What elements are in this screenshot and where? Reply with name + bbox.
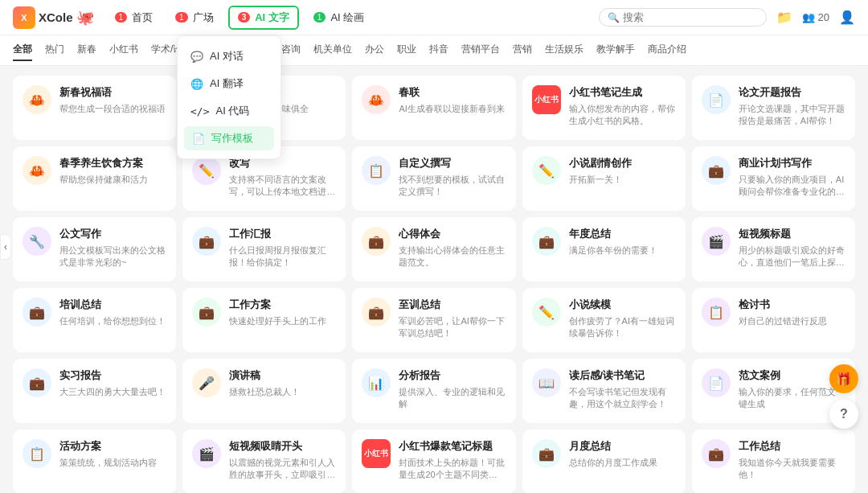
- card-19[interactable]: 📋检讨书对自己的过错进行反思: [692, 288, 855, 352]
- left-arrow[interactable]: ‹: [0, 234, 11, 260]
- card-22[interactable]: 📊分析报告提供深入、专业的逻辑和见解: [352, 359, 515, 423]
- card-29[interactable]: 💼工作总结我知道你今天就我要需要他！: [692, 429, 855, 493]
- card-25[interactable]: 📋活动方案策策统统，规划活动内容: [13, 429, 176, 493]
- card-23[interactable]: 📖读后感/读书笔记不会写读书笔记但发现有趣，用这个就立刻学会！: [522, 359, 686, 423]
- card-21[interactable]: 🎤演讲稿拯救社恐总裁人！: [182, 359, 346, 423]
- card-icon-0: 🦀: [23, 85, 51, 114]
- nav-ai-text[interactable]: 3 AI 文字: [228, 6, 299, 30]
- cat-tab-11[interactable]: 营销平台: [461, 39, 500, 61]
- card-18[interactable]: ✏️小说续模创作疲劳了？AI有一雄短词续暴告诉你！: [522, 288, 686, 352]
- card-10[interactable]: 🔧公文写作用公文模板写出来的公文格式是非常光彩的~: [13, 217, 176, 281]
- card-5[interactable]: 🦀春季养生饮食方案帮助您保持健康和活力: [13, 146, 176, 211]
- card-content-21: 演讲稿拯救社恐总裁人！: [229, 368, 336, 398]
- card-12[interactable]: 💼心得体会支持输出心得体会的任意主题范文。: [352, 217, 515, 281]
- nav-ai-text-label: AI 文字: [255, 10, 289, 25]
- dropdown-ai-code[interactable]: </> AI 代码: [178, 97, 280, 125]
- card-content-28: 月度总结总结你的月度工作成果: [569, 439, 676, 469]
- dropdown-ai-translate[interactable]: 🌐 AI 翻译: [178, 70, 280, 97]
- search-input[interactable]: [623, 11, 758, 23]
- write-template-icon: 📄: [192, 133, 205, 145]
- cat-tab-2[interactable]: 新春: [77, 39, 96, 61]
- ai-translate-label: AI 翻译: [210, 76, 244, 91]
- card-title-7: 自定义撰写: [399, 156, 506, 170]
- card-icon-9: 💼: [702, 156, 731, 185]
- card-17[interactable]: 💼至训总结军训必苦吧，让AI帮你一下军训总结吧！: [352, 288, 515, 352]
- folder-icon[interactable]: 📁: [776, 10, 792, 25]
- nav-ai-draw[interactable]: 1 AI 绘画: [305, 7, 372, 28]
- card-content-3: 小红书笔记生成输入你想发布的内容，帮你生成小红书的风格。: [569, 85, 676, 128]
- nav-home[interactable]: 1 首页: [107, 7, 162, 28]
- card-title-14: 短视频标题: [739, 227, 845, 241]
- card-content-27: 小红书爆款笔记标题封面技术上头的标题！可批量生成20个主题不同类型的爆款笔记标题…: [399, 439, 506, 482]
- card-icon-8: ✏️: [532, 156, 561, 185]
- card-content-29: 工作总结我知道你今天就我要需要他！: [739, 439, 845, 482]
- dropdown-write-template[interactable]: 📄 写作模板: [184, 126, 274, 150]
- card-15[interactable]: 💼培训总结任何培训，给你想想到位！: [13, 288, 176, 352]
- cat-tab-8[interactable]: 办公: [365, 39, 384, 61]
- card-desc-13: 满足你各年份的需要！: [569, 244, 676, 257]
- card-icon-21: 🎤: [192, 368, 221, 397]
- card-content-6: 改写支持将不同语言的文案改写，可以上传本地文档进行改写: [229, 156, 336, 199]
- cat-tab-15[interactable]: 商品介绍: [648, 39, 686, 61]
- card-content-17: 至训总结军训必苦吧，让AI帮你一下军训总结吧！: [399, 298, 506, 340]
- card-content-9: 商业计划书写作只要输入你的商业项目，AI顾问会帮你准备专业化的文案。: [739, 156, 845, 199]
- card-content-16: 工作方案快速处理好手头上的工作: [229, 298, 336, 327]
- card-content-15: 培训总结任何培训，给你想想到位！: [59, 298, 166, 327]
- card-28[interactable]: 💼月度总结总结你的月度工作成果: [522, 429, 686, 493]
- card-desc-23: 不会写读书笔记但发现有趣，用这个就立刻学会！: [569, 386, 676, 411]
- card-icon-20: 💼: [23, 368, 51, 397]
- card-7[interactable]: 📋自定义撰写找不到想要的模板，试试自定义撰写！: [352, 146, 515, 211]
- card-content-12: 心得体会支持输出心得体会的任意主题范文。: [399, 227, 506, 269]
- card-content-4: 论文开题报告开论文选课题，其中写开题报告是最痛苦，AI帮你！: [739, 85, 845, 128]
- cat-tab-1[interactable]: 热门: [45, 39, 64, 61]
- top-nav: X XCole 🐙 1 首页 1 广场 3 AI 文字 1 AI 绘画 🔍 📁 …: [0, 0, 868, 35]
- card-0[interactable]: 🦀新春祝福语帮您生成一段合适的祝福语: [13, 76, 176, 140]
- card-title-17: 至训总结: [399, 298, 506, 312]
- card-27[interactable]: 小红书小红书爆款笔记标题封面技术上头的标题！可批量生成20个主题不同类型的爆款笔…: [352, 429, 515, 493]
- logo-decoration: 🐙: [76, 9, 94, 27]
- card-14[interactable]: 🎬短视频标题用少的标题吸引观众的好奇心，直道他们一笔后上探索之旅。: [692, 217, 855, 281]
- card-desc-5: 帮助您保持健康和活力: [59, 174, 166, 186]
- card-content-19: 检讨书对自己的过错进行反思: [739, 298, 845, 327]
- card-icon-6: ✏️: [192, 156, 221, 185]
- card-desc-11: 什么日报周报月报假复汇报！给你搞定！: [229, 244, 336, 269]
- card-icon-3: 小红书: [532, 85, 561, 114]
- card-icon-12: 💼: [362, 227, 391, 256]
- card-8[interactable]: ✏️小说剧情创作开拓新一关！: [522, 146, 686, 211]
- card-desc-29: 我知道你今天就我要需要他！: [739, 457, 845, 482]
- nav-plaza[interactable]: 1 广场: [167, 7, 222, 28]
- card-desc-17: 军训必苦吧，让AI帮你一下军训总结吧！: [399, 315, 506, 340]
- cat-tab-3[interactable]: 小红书: [109, 39, 138, 61]
- card-desc-22: 提供深入、专业的逻辑和见解: [399, 386, 506, 411]
- cat-tab-0[interactable]: 全部: [13, 39, 32, 61]
- cat-tab-9[interactable]: 职业: [397, 39, 416, 61]
- user-icon[interactable]: 👤: [839, 10, 855, 25]
- card-20[interactable]: 💼实习报告大三大四的勇大大量去吧！: [13, 359, 176, 423]
- gift-button[interactable]: 🎁: [829, 364, 858, 393]
- card-title-23: 读后感/读书笔记: [569, 368, 676, 383]
- cat-tab-13[interactable]: 生活娱乐: [545, 39, 583, 61]
- users-count[interactable]: 👥 20: [802, 11, 829, 23]
- cat-tab-14[interactable]: 教学解手: [596, 39, 635, 61]
- card-9[interactable]: 💼商业计划书写作只要输入你的商业项目，AI顾问会帮你准备专业化的文案。: [692, 146, 855, 211]
- help-button[interactable]: ?: [829, 400, 858, 429]
- card-4[interactable]: 📄论文开题报告开论文选课题，其中写开题报告是最痛苦，AI帮你！: [692, 76, 855, 140]
- cat-tab-7[interactable]: 机关单位: [313, 39, 352, 61]
- card-16[interactable]: 💼工作方案快速处理好手头上的工作: [182, 288, 346, 352]
- cat-tab-12[interactable]: 营销: [513, 39, 532, 61]
- card-icon-24: 📄: [702, 368, 731, 397]
- card-26[interactable]: 🎬短视频吸睛开头以震撼的视觉元素和引人入胜的故事开头，立即吸引观众，引领他们进入…: [182, 429, 346, 493]
- card-title-13: 年度总结: [569, 227, 676, 241]
- cat-tab-10[interactable]: 抖音: [429, 39, 448, 61]
- ai-text-dropdown: 💬 AI 对话 🌐 AI 翻译 </> AI 代码 📄 写作模板: [177, 35, 281, 159]
- card-2[interactable]: 🦀春联AI生成春联以迎接新春到来: [352, 76, 515, 140]
- card-13[interactable]: 💼年度总结满足你各年份的需要！: [522, 217, 686, 281]
- card-3[interactable]: 小红书小红书笔记生成输入你想发布的内容，帮你生成小红书的风格。: [522, 76, 686, 140]
- ai-text-badge: 3: [238, 12, 251, 23]
- card-11[interactable]: 💼工作汇报什么日报周报月报假复汇报！给你搞定！: [182, 217, 346, 281]
- search-wrap[interactable]: 🔍: [599, 8, 767, 27]
- card-title-8: 小说剧情创作: [569, 156, 676, 170]
- dropdown-ai-chat[interactable]: 💬 AI 对话: [178, 43, 280, 70]
- card-title-9: 商业计划书写作: [739, 156, 845, 170]
- card-title-15: 培训总结: [59, 298, 166, 312]
